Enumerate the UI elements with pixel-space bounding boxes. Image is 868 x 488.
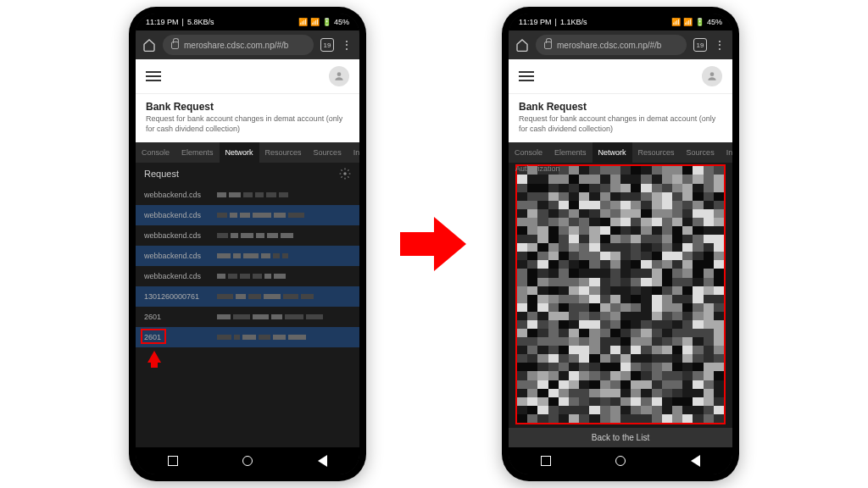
request-row[interactable]: webbackend.cds (136, 246, 359, 266)
battery-pct: 45% (334, 18, 349, 26)
tab-info[interactable]: Info (721, 142, 732, 163)
url-bar[interactable]: meroshare.cdsc.com.np/#/b (536, 35, 687, 55)
tab-network[interactable]: Network (593, 142, 632, 163)
home-button[interactable] (242, 456, 253, 466)
tab-sources[interactable]: Sources (308, 142, 348, 163)
request-name: webbackend.cds (144, 231, 212, 240)
battery-icon: 🔋 (322, 18, 331, 26)
pointer-arrow-icon (147, 351, 161, 363)
request-header: Request (136, 163, 359, 185)
gear-icon[interactable] (339, 168, 351, 180)
transition-arrow-icon (400, 210, 468, 278)
home-icon[interactable] (142, 38, 156, 52)
recent-button[interactable] (168, 456, 178, 466)
app-header (509, 59, 732, 93)
page-subtitle: Request for bank account changes in dema… (146, 114, 349, 134)
hamburger-icon[interactable] (519, 71, 534, 81)
tab-elements[interactable]: Elements (548, 142, 593, 163)
back-button[interactable] (691, 455, 700, 467)
request-name: 2601 (144, 313, 212, 321)
svg-point-2 (710, 72, 715, 76)
page-title: Bank Request (146, 101, 349, 113)
request-row[interactable]: webbackend.cds (136, 266, 359, 286)
page-section: Bank Request Request for bank account ch… (509, 93, 732, 142)
page-section: Bank Request Request for bank account ch… (136, 93, 359, 142)
battery-icon: 🔋 (695, 18, 704, 26)
tab-count[interactable]: 19 (693, 38, 707, 52)
back-button[interactable] (318, 455, 327, 467)
wifi-icon: 📶 (310, 18, 320, 26)
tab-elements[interactable]: Elements (175, 142, 220, 163)
menu-icon[interactable]: ⋮ (341, 38, 353, 52)
tab-count[interactable]: 19 (320, 38, 334, 52)
signal-icon: 📶 (298, 18, 308, 26)
signal-icon: 📶 (671, 18, 681, 26)
android-navbar (136, 447, 359, 474)
request-row[interactable]: webbackend.cds (136, 205, 359, 225)
home-icon[interactable] (515, 38, 529, 52)
screen-left: 11:19 PM | 5.8KB/s 📶 📶 🔋 45% meroshare.c… (136, 14, 359, 474)
request-name: 2601 (144, 333, 212, 341)
request-name: 1301260000761 (144, 292, 212, 301)
wifi-icon: 📶 (683, 18, 693, 26)
status-time: 11:19 PM (146, 18, 179, 26)
request-list: webbackend.cdswebbackend.cdswebbackend.c… (136, 185, 359, 447)
avatar[interactable] (329, 66, 349, 86)
tab-resources[interactable]: Resources (632, 142, 681, 163)
request-row[interactable]: webbackend.cds (136, 185, 359, 205)
android-navbar (509, 447, 732, 474)
screen-right: 11:19 PM | 1.1KB/s 📶 📶 🔋 45% meroshare.c… (509, 14, 732, 474)
request-row[interactable]: 2601 (136, 307, 359, 327)
devtools-tabs: Console Elements Network Resources Sourc… (136, 142, 359, 163)
tab-network[interactable]: Network (220, 142, 259, 163)
authorization-token-redacted (515, 164, 726, 424)
request-name: webbackend.cds (144, 252, 212, 260)
battery-pct: 45% (707, 18, 722, 26)
browser-bar: meroshare.cdsc.com.np/#/b 19 ⋮ (136, 30, 359, 59)
camera-notch (615, 12, 626, 22)
tab-console[interactable]: Console (509, 142, 548, 163)
svg-point-1 (343, 173, 347, 176)
recent-button[interactable] (541, 456, 551, 466)
url-bar[interactable]: meroshare.cdsc.com.np/#/b (163, 35, 314, 55)
tab-info[interactable]: Info (348, 142, 359, 163)
status-net: 1.1KB/s (560, 18, 587, 26)
page-title: Bank Request (519, 101, 722, 113)
phone-left: 11:19 PM | 5.8KB/s 📶 📶 🔋 45% meroshare.c… (129, 7, 366, 481)
authorization-label: Authorization (515, 164, 560, 173)
request-name: webbackend.cds (144, 191, 212, 199)
lock-icon (544, 42, 552, 49)
avatar[interactable] (702, 66, 722, 86)
lock-icon (171, 42, 179, 49)
svg-point-0 (337, 72, 342, 76)
request-name: webbackend.cds (144, 211, 212, 219)
request-name: webbackend.cds (144, 272, 212, 280)
request-row[interactable]: 2601 (136, 327, 359, 347)
status-net: 5.8KB/s (187, 18, 214, 26)
url-text: meroshare.cdsc.com.np/#/b (184, 41, 288, 50)
phone-right: 11:19 PM | 1.1KB/s 📶 📶 🔋 45% meroshare.c… (502, 7, 739, 481)
home-button[interactable] (615, 456, 626, 466)
back-to-list-button[interactable]: Back to the List (509, 428, 732, 447)
page-subtitle: Request for bank account changes in dema… (519, 114, 722, 134)
tab-sources[interactable]: Sources (681, 142, 721, 163)
url-text: meroshare.cdsc.com.np/#/b (557, 41, 661, 50)
camera-notch (242, 12, 253, 22)
request-row[interactable]: 1301260000761 (136, 286, 359, 307)
request-label: Request (144, 169, 179, 179)
hamburger-icon[interactable] (146, 71, 161, 81)
devtools-tabs: Console Elements Network Resources Sourc… (509, 142, 732, 163)
request-row[interactable]: webbackend.cds (136, 225, 359, 246)
status-time: 11:19 PM (519, 18, 552, 26)
app-header (136, 59, 359, 93)
menu-icon[interactable]: ⋮ (714, 38, 726, 52)
browser-bar: meroshare.cdsc.com.np/#/b 19 ⋮ (509, 30, 732, 59)
tab-console[interactable]: Console (136, 142, 175, 163)
request-detail: Authorization Back to the List (509, 163, 732, 447)
tab-resources[interactable]: Resources (259, 142, 308, 163)
